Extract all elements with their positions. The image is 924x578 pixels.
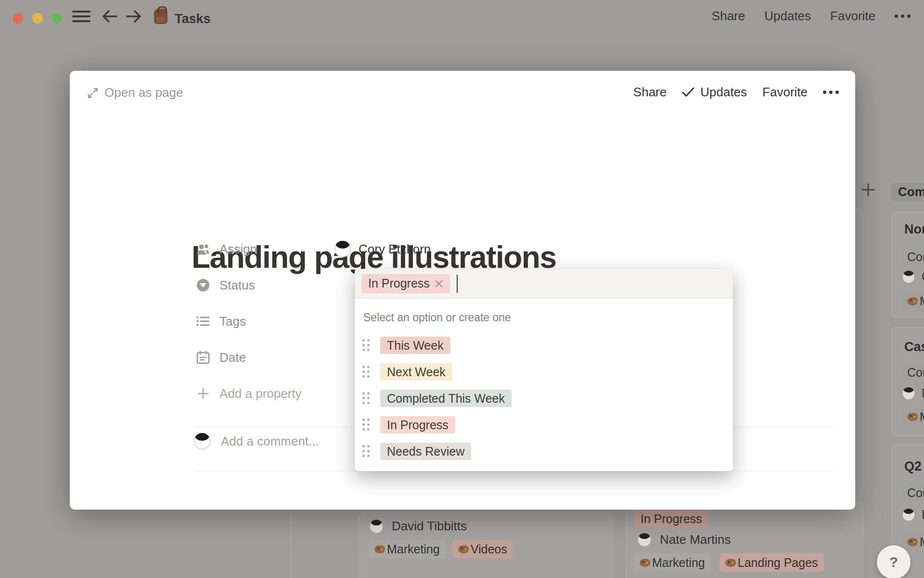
- status-chip-in-progress: In Progress: [635, 510, 708, 528]
- notion-window: Tasks Share Updates Favorite David Tibbi…: [0, 0, 924, 578]
- column-header-completed[interactable]: Com: [891, 183, 924, 201]
- open-as-page-icon: [87, 87, 99, 99]
- add-comment-row[interactable]: Add a comment...: [194, 433, 319, 449]
- option-chip: This Week: [380, 337, 450, 354]
- help-button[interactable]: ?: [877, 545, 911, 578]
- card-title: Non: [904, 222, 924, 237]
- text-cursor: [457, 275, 458, 293]
- modal-share-button[interactable]: Share: [633, 85, 667, 100]
- avatar-david: [370, 520, 383, 533]
- assign-value[interactable]: Cory Etzkorn: [334, 238, 431, 260]
- property-row-date[interactable]: Date: [196, 347, 246, 368]
- status-dropdown-icon: [196, 278, 210, 292]
- palette-emoji-icon: [907, 538, 918, 546]
- tag-landing-pages: Landing Pages: [719, 553, 824, 572]
- topbar-share-button[interactable]: Share: [712, 9, 745, 24]
- avatar: [902, 271, 915, 283]
- avatar-cory: [334, 241, 351, 257]
- modal-favorite-button[interactable]: Favorite: [762, 85, 808, 100]
- palette-emoji-icon: [725, 559, 736, 567]
- card-title: Q2 r: [904, 459, 924, 474]
- sidebar-menu-icon[interactable]: [72, 10, 90, 23]
- list-icon: [196, 315, 210, 328]
- palette-emoji-icon: [907, 413, 918, 421]
- card-assignee: C: [922, 269, 924, 284]
- add-column-plus-icon[interactable]: [861, 183, 875, 197]
- close-window-button[interactable]: [13, 13, 23, 24]
- help-question-mark: ?: [889, 554, 898, 570]
- titlebar-actions: Share Updates Favorite: [712, 0, 911, 32]
- plus-icon: [196, 387, 210, 400]
- option-completed-this-week[interactable]: Completed This Week: [355, 388, 733, 409]
- palette-emoji-icon: [458, 545, 469, 553]
- tag-marketing: Marketing: [369, 540, 446, 558]
- topbar-updates-button[interactable]: Updates: [764, 9, 811, 24]
- board-card-right-2[interactable]: Cas Con N M: [891, 327, 924, 436]
- page-emoji-backpack-icon: [154, 9, 167, 24]
- card-status-chip: Con: [901, 248, 924, 265]
- dropdown-hint: Select an option or create one: [363, 311, 511, 324]
- tag-marketing: Marketing: [634, 553, 711, 572]
- remove-tag-icon[interactable]: [435, 279, 443, 288]
- calendar-icon: [196, 351, 210, 364]
- property-row-assign[interactable]: Assign: [196, 238, 257, 260]
- board-card-nate[interactable]: In Progress Nate Martins Marketing Landi…: [626, 501, 863, 578]
- card-title: Cas: [904, 340, 924, 355]
- add-property-button[interactable]: Add a property: [196, 383, 302, 404]
- card-tag-chip: M: [901, 292, 924, 310]
- option-this-week[interactable]: This Week: [355, 335, 733, 356]
- drag-handle-icon[interactable]: [362, 339, 370, 352]
- selected-status-chip: In Progress: [361, 274, 450, 293]
- option-needs-review[interactable]: Needs Review: [355, 441, 733, 462]
- check-icon: [682, 87, 694, 97]
- window-titlebar: Tasks Share Updates Favorite: [0, 0, 924, 32]
- property-row-tags[interactable]: Tags: [196, 311, 246, 332]
- board-card-david[interactable]: David Tibbitts Marketing Videos: [359, 512, 612, 578]
- card-tag-chip: M: [901, 408, 924, 425]
- zoom-window-button[interactable]: [51, 13, 62, 24]
- drag-handle-icon[interactable]: [362, 366, 370, 378]
- option-next-week[interactable]: Next Week: [355, 361, 733, 382]
- people-icon: [196, 242, 210, 256]
- tag-videos: Videos: [452, 540, 513, 558]
- left-card-edge: [291, 513, 292, 578]
- avatar-nate: [638, 533, 651, 547]
- back-arrow-icon[interactable]: [102, 9, 117, 24]
- drag-handle-icon[interactable]: [362, 445, 370, 458]
- card-status-chip: Con: [901, 484, 924, 501]
- option-chip: Needs Review: [380, 443, 471, 460]
- card-assignee: Nate Martins: [660, 532, 731, 547]
- drag-handle-icon[interactable]: [362, 392, 370, 405]
- palette-emoji-icon: [640, 559, 650, 567]
- card-assignee: N: [922, 386, 924, 401]
- drag-handle-icon[interactable]: [362, 419, 370, 431]
- forward-arrow-icon[interactable]: [126, 9, 141, 24]
- breadcrumb-page-title[interactable]: Tasks: [175, 12, 211, 26]
- property-row-status[interactable]: Status: [196, 275, 255, 296]
- card-assignee: B: [922, 507, 924, 522]
- palette-emoji-icon: [374, 545, 385, 553]
- option-chip: In Progress: [380, 416, 455, 434]
- avatar-current-user: [194, 433, 210, 449]
- topbar-more-icon[interactable]: [895, 14, 911, 18]
- palette-emoji-icon: [907, 297, 918, 305]
- modal-actions: Share Updates Favorite: [633, 71, 839, 113]
- modal-more-icon[interactable]: [823, 91, 839, 94]
- open-as-page-button[interactable]: Open as page: [87, 85, 183, 100]
- option-chip: Next Week: [380, 363, 452, 381]
- status-select-dropdown: In Progress Select an option or create o…: [355, 269, 733, 471]
- option-in-progress[interactable]: In Progress: [355, 414, 733, 435]
- card-tag-chip: M: [901, 533, 924, 551]
- modal-updates-button[interactable]: Updates: [682, 85, 747, 100]
- status-select-input[interactable]: In Progress: [355, 269, 733, 299]
- comment-placeholder: Add a comment...: [221, 434, 319, 449]
- board-card-right-1[interactable]: Non Con C M: [891, 212, 924, 318]
- option-chip: Completed This Week: [380, 390, 512, 407]
- avatar: [902, 387, 915, 400]
- card-assignee: David Tibbitts: [392, 519, 467, 534]
- topbar-favorite-button[interactable]: Favorite: [830, 9, 875, 24]
- avatar: [902, 509, 915, 521]
- minimize-window-button[interactable]: [32, 13, 43, 24]
- card-status-chip: Con: [901, 364, 924, 381]
